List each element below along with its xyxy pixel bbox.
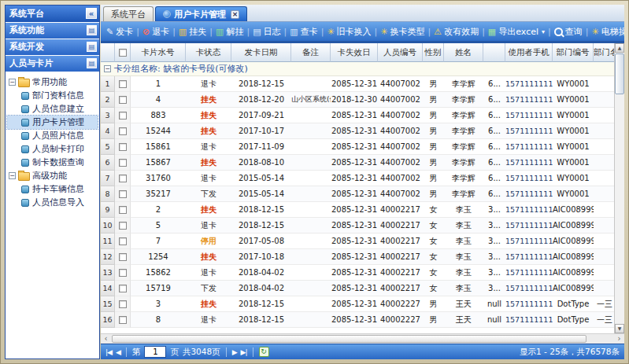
table-row[interactable]: 415244挂失2017-10-172085-12-3144007002男李学辉… xyxy=(101,123,614,139)
column-header[interactable]: 使用者手机 xyxy=(505,43,553,62)
row-checkbox[interactable] xyxy=(119,285,127,292)
column-header[interactable]: 发卡日期 xyxy=(231,43,291,62)
toolbar-button[interactable]: ▥挂失 xyxy=(178,26,207,38)
column-header[interactable]: 部门名 xyxy=(594,43,616,62)
toolbar-button[interactable]: ▥解挂 xyxy=(215,26,244,38)
tab-1[interactable]: 用户卡片管理× xyxy=(155,6,247,21)
expand-icon[interactable]: − xyxy=(9,172,16,179)
row-checkbox[interactable] xyxy=(119,127,127,135)
first-page-button[interactable]: |◀ xyxy=(105,348,112,356)
toolbar-button[interactable]: ✳换卡类型 xyxy=(379,26,425,38)
tree-folder[interactable]: −常用功能 xyxy=(7,75,98,89)
scroll-up-icon[interactable]: ▲ xyxy=(615,43,624,53)
scroll-right-icon[interactable]: › xyxy=(614,334,624,344)
row-checkbox[interactable] xyxy=(119,316,127,324)
toolbar-button[interactable]: ✎发卡 xyxy=(105,26,134,38)
column-header[interactable]: 备注 xyxy=(291,43,331,62)
scroll-left-icon[interactable]: ‹ xyxy=(101,334,111,344)
next-page-button[interactable]: ▶ xyxy=(232,348,237,356)
horizontal-scrollbar[interactable]: ‹ › xyxy=(101,333,624,344)
table-row[interactable]: 168退卡2018-12-152085-12-3140002227男王天null… xyxy=(101,312,614,328)
toolbar-button[interactable]: ▤日志 xyxy=(252,26,281,38)
row-checkbox[interactable] xyxy=(119,300,127,308)
header-checkbox[interactable] xyxy=(119,49,127,57)
horizontal-scroll-thumb[interactable] xyxy=(112,335,586,343)
row-checkbox[interactable] xyxy=(119,80,127,88)
toolbar-button[interactable]: ▥查卡 xyxy=(289,26,318,38)
column-header[interactable]: 姓名 xyxy=(444,43,483,62)
column-header[interactable]: 部门编号 xyxy=(553,43,594,62)
tree-item[interactable]: 用户卡片管理 xyxy=(7,116,98,129)
column-header[interactable]: 卡失效日 xyxy=(331,43,378,62)
table-row[interactable]: 117停用2017-05-082085-12-3140002217女李玉3...… xyxy=(101,233,614,249)
column-header[interactable]: 卡片水号 xyxy=(131,43,186,62)
table-row[interactable]: 1415719下发2018-04-022085-12-3140002217女李玉… xyxy=(101,281,614,296)
row-checkbox[interactable] xyxy=(119,253,127,261)
column-header[interactable] xyxy=(101,43,115,62)
tree-item[interactable]: 人员信息导入 xyxy=(7,196,98,209)
row-checkbox-cell xyxy=(115,155,131,171)
column-header[interactable]: 卡状态 xyxy=(186,43,231,62)
tab-close-icon[interactable]: × xyxy=(231,10,239,19)
toolbar-button[interactable]: 查询 xyxy=(553,26,583,38)
column-header[interactable] xyxy=(115,43,131,62)
toolbar-button[interactable]: ✳旧卡换入 xyxy=(326,26,372,38)
table-row[interactable]: 615867挂失2018-08-102085-12-3144007002男李学辉… xyxy=(101,155,614,171)
row-checkbox[interactable] xyxy=(119,190,127,198)
sidebar-collapse-icon[interactable]: « xyxy=(86,8,97,19)
tab-0[interactable]: 系统平台 xyxy=(103,6,154,21)
tree-item[interactable]: 制卡数据查询 xyxy=(7,156,98,169)
row-checkbox[interactable] xyxy=(119,206,127,214)
row-checkbox[interactable] xyxy=(119,175,127,182)
row-checkbox[interactable] xyxy=(119,269,127,277)
tree-item[interactable]: 人员制卡打印 xyxy=(7,142,98,156)
row-checkbox[interactable] xyxy=(119,112,127,119)
row-checkbox[interactable] xyxy=(119,222,127,230)
page-input[interactable] xyxy=(144,346,166,358)
table-row[interactable]: 3883挂失2017-09-212085-12-3144007002男李学辉6.… xyxy=(101,108,614,123)
row-checkbox[interactable] xyxy=(119,159,127,167)
table-row[interactable]: 1315862退卡2018-04-022085-12-3140002217女李玉… xyxy=(101,265,614,281)
section-collapse-icon[interactable]: ▤ xyxy=(87,42,97,52)
last-page-button[interactable]: ▶| xyxy=(241,348,247,356)
vertical-scroll-thumb[interactable] xyxy=(615,53,624,94)
card-type-icon: ✳ xyxy=(380,28,387,36)
tree-item[interactable]: 部门资料信息 xyxy=(7,89,98,102)
table-row[interactable]: 153挂失2018-12-152085-12-3140002227男王天null… xyxy=(101,296,614,312)
sidebar-section-1[interactable]: 系统开发▤ xyxy=(6,39,99,55)
group-collapse-icon[interactable]: − xyxy=(104,65,111,72)
column-header[interactable] xyxy=(483,43,505,62)
toolbar-button[interactable]: ⊘退卡 xyxy=(142,26,170,38)
row-checkbox[interactable] xyxy=(119,237,127,245)
row-checkbox[interactable] xyxy=(119,96,127,104)
row-checkbox[interactable] xyxy=(119,143,127,151)
section-collapse-icon[interactable]: ▤ xyxy=(87,25,97,35)
tree-item[interactable]: 持卡车辆信息 xyxy=(7,182,98,196)
table-row[interactable]: 11退卡2018-12-152085-12-3144007002男李学辉6...… xyxy=(101,76,614,92)
tree-item[interactable]: 人员信息建立 xyxy=(7,102,98,116)
scroll-down-icon[interactable]: ▼ xyxy=(615,324,624,333)
tree-item[interactable]: 人员照片信息 xyxy=(7,129,98,142)
table-row[interactable]: 731760退卡2015-05-142085-12-3144007002男李学辉… xyxy=(101,171,614,186)
group-row[interactable]: − 卡分组名称: 缺省的卡号段(可修改) xyxy=(101,62,614,76)
table-row[interactable]: 24挂失2018-12-20山小区系统(例)2018-12-3044007002… xyxy=(101,92,614,108)
refresh-icon[interactable]: ↻ xyxy=(259,347,269,357)
toolbar-button[interactable]: ⚠改有效期 xyxy=(433,26,479,38)
cell-dept_name xyxy=(594,233,614,249)
sidebar-section-2[interactable]: 人员与卡片▤ xyxy=(6,56,99,72)
table-row[interactable]: 515861退卡2017-11-092085-12-3144007002男李学辉… xyxy=(101,139,614,155)
sidebar-section-0[interactable]: 系统功能▤ xyxy=(6,23,99,39)
table-row[interactable]: 121254挂失2017-10-182085-12-3140002217女李玉3… xyxy=(101,249,614,265)
column-header[interactable]: 性别 xyxy=(423,43,444,62)
section-collapse-icon[interactable]: ▤ xyxy=(87,58,97,68)
toolbar-button[interactable]: ▦导出excel▾ xyxy=(487,26,546,38)
expand-icon[interactable]: − xyxy=(9,79,16,86)
toolbar-button[interactable]: ✳电梯操作▾ xyxy=(590,26,624,38)
prev-page-button[interactable]: ◀ xyxy=(116,348,120,356)
table-row[interactable]: 105退卡2018-12-152085-12-3140002217女李玉3...… xyxy=(101,218,614,233)
column-header[interactable]: 人员编号 xyxy=(378,43,423,62)
table-row[interactable]: 835217下发2015-05-142085-12-3144007002男李学辉… xyxy=(101,186,614,202)
vertical-scrollbar[interactable]: ▲ ▼ xyxy=(614,43,624,333)
table-row[interactable]: 92挂失2018-12-152085-12-3140002217女李玉3...1… xyxy=(101,202,614,218)
tree-folder[interactable]: −高级功能 xyxy=(7,169,98,182)
